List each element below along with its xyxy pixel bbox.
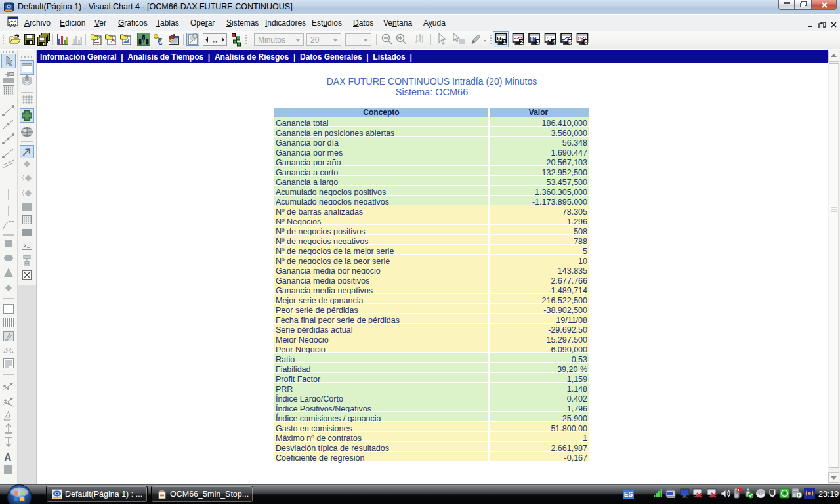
svg-text:6: 6 bbox=[584, 38, 587, 45]
svg-text:4: 4 bbox=[552, 38, 556, 45]
svg-text:5: 5 bbox=[568, 38, 572, 45]
svg-text:A: A bbox=[4, 452, 12, 463]
svg-text:€: € bbox=[158, 37, 162, 47]
svg-text:3: 3 bbox=[536, 38, 539, 45]
svg-text:2: 2 bbox=[520, 38, 523, 45]
